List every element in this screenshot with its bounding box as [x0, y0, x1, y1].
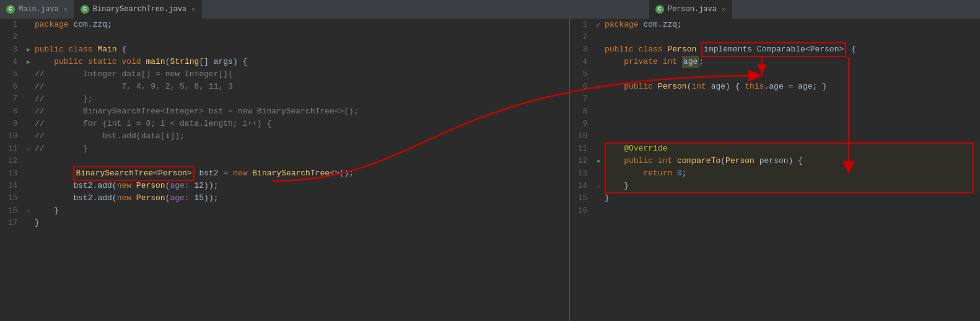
- table-row: [605, 93, 980, 105]
- table-row: package com.zzq;: [35, 19, 569, 31]
- table-row: }: [605, 180, 980, 192]
- right-code-lines: package com.zzq; public class Person imp…: [605, 19, 980, 321]
- table-row: BinarySearchTree<Person> bst2 = new Bina…: [35, 167, 569, 180]
- left-code-area[interactable]: 1 2 3 4 5 6 7 8 9 10 11 12 13 14 15 16 1: [0, 19, 569, 321]
- table-row: bst2.add(new Person(age: 12));: [35, 180, 569, 192]
- table-row: }: [605, 192, 980, 204]
- table-row: }: [35, 204, 569, 217]
- table-row: [605, 118, 980, 130]
- table-row: bst2.add(new Person(age: 15));: [35, 192, 569, 204]
- table-row: [605, 130, 980, 143]
- table-row: }: [35, 217, 569, 229]
- tab-label-main: Main.java: [19, 5, 59, 14]
- table-row: public class Main {: [35, 43, 569, 56]
- table-row: // }: [35, 143, 569, 155]
- table-row: [605, 204, 980, 217]
- right-tab-spacer: [732, 0, 980, 19]
- table-row: package com.zzq;: [605, 19, 980, 31]
- table-row: [605, 68, 980, 81]
- table-row: // bst.add(data[i]);: [35, 130, 569, 143]
- breakpoint-indicator: ●: [592, 155, 605, 167]
- table-row: @Override: [605, 143, 980, 155]
- tab-close-person[interactable]: ✕: [722, 6, 725, 13]
- table-row: // };: [35, 93, 569, 105]
- tab-icon-bst: C: [81, 5, 89, 14]
- table-row: public int compareTo(Person person) {: [605, 155, 980, 167]
- table-row: // 7, 4, 9, 2, 5, 8, 11, 3: [35, 81, 569, 93]
- table-row: // BinarySearchTree<Integer> bst = new B…: [35, 105, 569, 118]
- table-row: // for (int i = 0; i < data.length; i++)…: [35, 118, 569, 130]
- tab-person-java[interactable]: C Person.java ✕: [649, 0, 732, 19]
- left-gutter: ▶ ▶ △ △: [22, 19, 35, 321]
- editors-row: 1 2 3 4 5 6 7 8 9 10 11 12 13 14 15 16 1: [0, 19, 980, 321]
- tab-label-bst: BinarySearchTree.java: [93, 5, 186, 14]
- left-editor-pane: 1 2 3 4 5 6 7 8 9 10 11 12 13 14 15 16 1: [0, 19, 570, 321]
- right-editor-pane: 1 2 3 4 5 6 7 8 9 10 11 12 13 14 15 16: [570, 19, 980, 321]
- table-row: // Integer data[] = new Integer[]{: [35, 68, 569, 81]
- tab-close-bst[interactable]: ✕: [191, 6, 195, 13]
- table-row: [35, 155, 569, 167]
- tab-icon-person: C: [655, 5, 664, 14]
- table-row: [605, 31, 980, 43]
- table-row: [605, 105, 980, 118]
- tab-icon-main: C: [6, 5, 15, 14]
- right-gutter: ✓ △ ● △: [592, 19, 605, 321]
- left-line-numbers: 1 2 3 4 5 6 7 8 9 10 11 12 13 14 15 16 1: [0, 19, 22, 321]
- tab-main-java[interactable]: C Main.java ✕: [0, 0, 74, 19]
- left-tab-spacer: [202, 0, 649, 19]
- tab-label-person: Person.java: [668, 5, 717, 14]
- right-code-area[interactable]: 1 2 3 4 5 6 7 8 9 10 11 12 13 14 15 16: [570, 19, 980, 321]
- table-row: public class Person implements Comparabl…: [605, 43, 980, 56]
- tab-bst-java[interactable]: C BinarySearchTree.java ✕: [74, 0, 202, 19]
- table-row: public Person(int age) { this.age = age;…: [605, 81, 980, 93]
- left-code-lines: package com.zzq; public class Main { pub…: [35, 19, 569, 321]
- right-line-numbers: 1 2 3 4 5 6 7 8 9 10 11 12 13 14 15 16: [570, 19, 592, 321]
- tab-close-main[interactable]: ✕: [64, 6, 68, 13]
- editor-container: C Main.java ✕ C BinarySearchTree.java ✕ …: [0, 0, 980, 321]
- table-row: return 0;: [605, 167, 980, 180]
- tab-bar: C Main.java ✕ C BinarySearchTree.java ✕ …: [0, 0, 980, 19]
- table-row: private int age;: [605, 56, 980, 68]
- table-row: [35, 31, 569, 43]
- table-row: public static void main(String[] args) {: [35, 56, 569, 68]
